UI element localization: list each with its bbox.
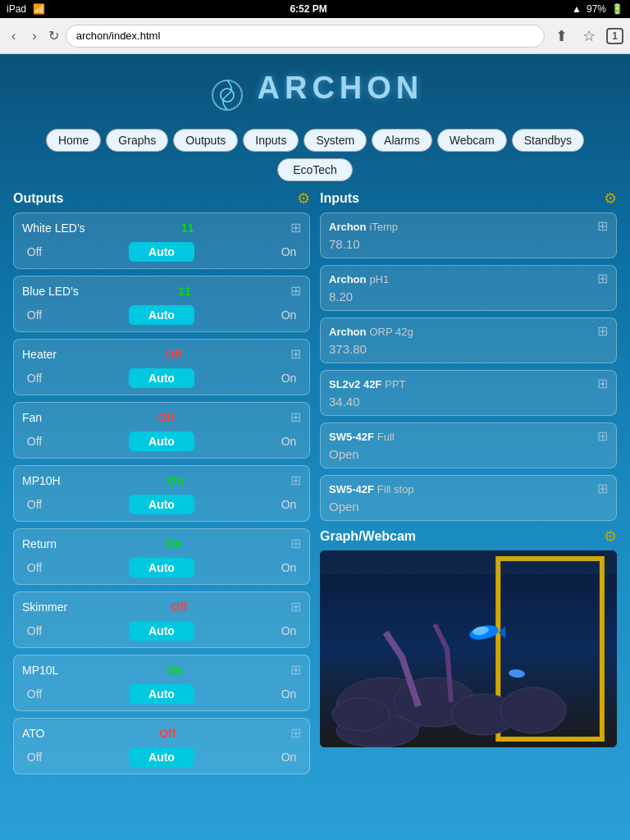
output-slider-icon-1[interactable]: ⊞ <box>290 283 301 299</box>
input-name-0: iTemp <box>369 221 398 233</box>
input-card-4: SW5-42F Full ⊞ Open <box>320 422 617 468</box>
input-source-5: SW5-42F <box>329 483 374 495</box>
input-slider-icon-3[interactable]: ⊞ <box>597 376 608 391</box>
url-input[interactable] <box>66 25 546 48</box>
output-on-btn-6[interactable]: On <box>276 624 301 637</box>
output-on-btn-2[interactable]: On <box>276 372 301 385</box>
bookmark-button[interactable]: ☆ <box>578 25 600 47</box>
output-off-btn-6[interactable]: Off <box>22 624 47 637</box>
output-value-2: Off <box>165 348 181 361</box>
inputs-list: Archon iTemp ⊞ 78.10 Archon pH1 ⊞ 8.20 A… <box>320 212 617 521</box>
nav-ecotech[interactable]: EcoTech <box>277 158 353 181</box>
status-left: iPad 📶 <box>7 3 45 15</box>
output-name-8: ATO <box>22 727 45 740</box>
output-card-6: Skimmer Off ⊞ Off Auto On <box>13 591 310 648</box>
input-card-top-3: SL2v2 42F PPT ⊞ <box>329 376 608 391</box>
output-name-5: Return <box>22 537 57 550</box>
output-slider-icon-5[interactable]: ⊞ <box>290 536 301 551</box>
output-controls-5: Off Auto On <box>14 555 309 584</box>
input-source-name-4: SW5-42F Full <box>329 430 395 443</box>
output-auto-btn-3[interactable]: Auto <box>129 431 194 451</box>
output-value-4: On <box>167 474 183 487</box>
outputs-header: Outputs ⚙ <box>13 189 310 208</box>
tab-count[interactable]: 1 <box>606 28 623 44</box>
nav-inputs[interactable]: Inputs <box>243 129 299 152</box>
nav-outputs[interactable]: Outputs <box>173 129 238 152</box>
output-off-btn-3[interactable]: Off <box>22 435 47 448</box>
output-card-top-3: Fan Off ⊞ <box>14 403 309 428</box>
forward-button[interactable]: › <box>27 25 41 47</box>
output-card-3: Fan Off ⊞ Off Auto On <box>13 402 310 459</box>
output-on-btn-8[interactable]: On <box>276 751 301 764</box>
output-off-btn-4[interactable]: Off <box>22 498 47 511</box>
output-slider-icon-8[interactable]: ⊞ <box>290 725 301 741</box>
nav-home[interactable]: Home <box>46 129 101 152</box>
output-off-btn-0[interactable]: Off <box>22 245 47 258</box>
output-slider-icon-3[interactable]: ⊞ <box>290 409 301 425</box>
webcam-header: Graph/Webcam ⚙ <box>320 527 617 546</box>
output-off-btn-1[interactable]: Off <box>22 308 47 322</box>
refresh-button[interactable]: ↻ <box>48 28 59 43</box>
output-slider-icon-4[interactable]: ⊞ <box>290 472 301 488</box>
browser-bar: ‹ › ↻ ⬆ ☆ 1 <box>0 18 630 54</box>
input-card-5: SW5-42F Fill stop ⊞ Open <box>320 475 617 521</box>
output-controls-8: Off Auto On <box>14 744 309 774</box>
output-slider-icon-7[interactable]: ⊞ <box>290 662 301 678</box>
output-on-btn-5[interactable]: On <box>276 561 301 574</box>
nav-system[interactable]: System <box>304 129 367 152</box>
nav-graphs[interactable]: Graphs <box>106 129 168 152</box>
outputs-gear-icon[interactable]: ⚙ <box>297 189 310 208</box>
input-name-1: pH1 <box>369 273 389 285</box>
output-controls-6: Off Auto On <box>14 618 309 647</box>
status-bar: iPad 📶 6:52 PM ▲ 97% 🔋 <box>0 0 630 18</box>
output-name-3: Fan <box>22 411 42 424</box>
output-on-btn-3[interactable]: On <box>276 435 301 448</box>
webcam-title: Graph/Webcam <box>320 529 416 544</box>
input-slider-icon-1[interactable]: ⊞ <box>597 271 608 286</box>
output-off-btn-8[interactable]: Off <box>22 751 47 764</box>
output-auto-btn-1[interactable]: Auto <box>129 305 194 325</box>
signal-icon: ▲ <box>572 3 582 15</box>
battery-text: 97% <box>587 3 606 15</box>
output-card-top-7: MP10L On ⊞ <box>14 655 309 681</box>
output-off-btn-7[interactable]: Off <box>22 687 47 701</box>
back-button[interactable]: ‹ <box>7 25 21 47</box>
output-auto-btn-4[interactable]: Auto <box>129 495 194 514</box>
input-slider-icon-4[interactable]: ⊞ <box>597 428 608 444</box>
output-name-1: Blue LED's <box>22 285 79 298</box>
output-controls-1: Off Auto On <box>14 302 309 331</box>
output-auto-btn-6[interactable]: Auto <box>129 621 194 641</box>
output-card-1: Blue LED's 11 ⊞ Off Auto On <box>13 276 310 332</box>
output-on-btn-0[interactable]: On <box>276 245 301 258</box>
output-auto-btn-0[interactable]: Auto <box>129 242 194 262</box>
output-off-btn-2[interactable]: Off <box>22 372 47 385</box>
nav-alarms[interactable]: Alarms <box>372 129 432 152</box>
input-name-4: Full <box>377 431 395 443</box>
input-slider-icon-5[interactable]: ⊞ <box>597 481 608 496</box>
output-auto-btn-7[interactable]: Auto <box>129 684 194 704</box>
inputs-gear-icon[interactable]: ⚙ <box>604 189 617 208</box>
input-card-3: SL2v2 42F PPT ⊞ 34.40 <box>320 370 617 416</box>
input-slider-icon-0[interactable]: ⊞ <box>597 218 608 234</box>
output-on-btn-1[interactable]: On <box>276 308 301 322</box>
output-slider-icon-6[interactable]: ⊞ <box>290 599 301 614</box>
webcam-image <box>320 550 617 747</box>
output-on-btn-4[interactable]: On <box>276 498 301 511</box>
input-source-2: Archon <box>329 326 367 338</box>
share-button[interactable]: ⬆ <box>551 25 572 47</box>
nav-webcam[interactable]: Webcam <box>437 129 507 152</box>
output-off-btn-5[interactable]: Off <box>22 561 47 574</box>
output-auto-btn-8[interactable]: Auto <box>129 747 194 767</box>
webcam-gear-icon[interactable]: ⚙ <box>604 527 617 546</box>
output-card-8: ATO Off ⊞ Off Auto On <box>13 718 310 774</box>
output-on-btn-7[interactable]: On <box>276 687 301 701</box>
output-slider-icon-0[interactable]: ⊞ <box>290 220 301 235</box>
input-slider-icon-2[interactable]: ⊞ <box>597 323 608 339</box>
nav-standbys[interactable]: Standbys <box>512 129 584 152</box>
output-auto-btn-2[interactable]: Auto <box>129 368 194 388</box>
output-auto-btn-5[interactable]: Auto <box>129 558 194 578</box>
input-name-2: ORP 42g <box>369 326 413 338</box>
logo-text: ARCHON <box>258 71 424 105</box>
output-slider-icon-2[interactable]: ⊞ <box>290 346 301 362</box>
nav-bar: Home Graphs Outputs Inputs System Alarms… <box>13 122 617 155</box>
